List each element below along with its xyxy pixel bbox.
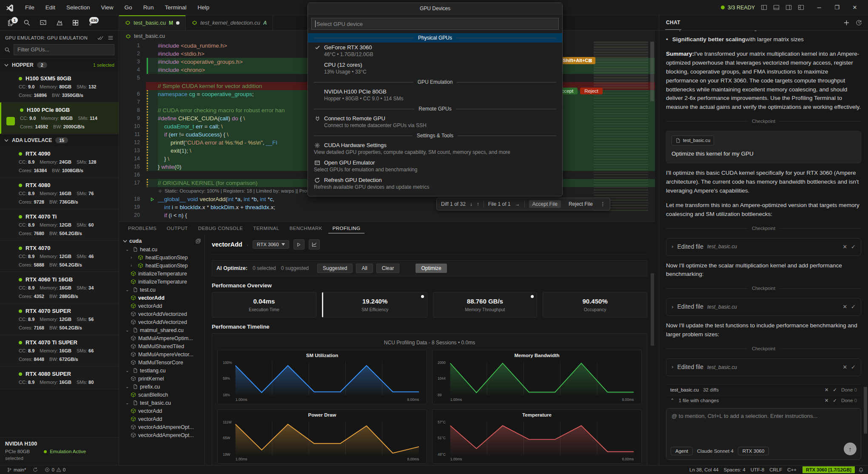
tree-kernel-heatEquationStep[interactable]: ›heatEquationStep — [120, 253, 205, 261]
device-selector[interactable]: RTX 3060 — [253, 240, 289, 249]
dirty-dot-icon[interactable] — [176, 21, 179, 25]
layout-panel-icon[interactable] — [773, 4, 780, 11]
extensions-icon[interactable] — [68, 17, 83, 29]
chevron-down-icon[interactable]: ⌄ — [125, 384, 131, 389]
source-control-icon[interactable]: 436 — [84, 17, 99, 29]
discard-icon[interactable]: ✕ — [842, 303, 847, 311]
diffbar-more-icon[interactable]: ⋮ — [600, 201, 606, 207]
quickpick-item-cpu-12-cores-[interactable]: CPU (12 cores)13% Usage • 33°C — [308, 60, 562, 77]
minimize-button[interactable]: ─ — [810, 0, 828, 15]
chevron-right-icon[interactable]: › — [131, 263, 136, 268]
gpu-item-rtx-4080-super[interactable]: RTX 4080 SUPERCC: 8.9Memory: 16GBSMs: 80 — [0, 366, 119, 389]
panel-tab-profiling[interactable]: PROFILING — [328, 224, 365, 233]
tab-test_kernel_detection.cu[interactable]: test_kernel_detection.cuA — [186, 15, 273, 30]
tree-file-testlangcu[interactable]: ⌄testlang.cu — [120, 366, 205, 375]
gpu-item-rtx-4070-ti-super[interactable]: RTX 4070 Ti SUPERCC: 8.9Memory: 16GBSMs:… — [0, 335, 119, 366]
gpu-item-rtx-4070-super[interactable]: RTX 4070 SUPERCC: 8.9Memory: 12GBSMs: 56… — [0, 304, 119, 335]
editor-scrollbar[interactable] — [650, 42, 654, 101]
section-hopper[interactable]: HOPPER21 selected — [0, 59, 119, 71]
gpu-emulator-icon[interactable] — [36, 17, 50, 29]
edited-file-card[interactable]: › Edited filetest_basic.cu ✕ ✓ — [666, 358, 861, 376]
ai-button-clear[interactable]: Clear — [376, 264, 400, 273]
quickpick-separator-physical-gpus[interactable]: Physical GPUs — [308, 33, 562, 43]
tree-kernel-MatMulTensorCore[interactable]: MatMulTensorCore — [120, 358, 205, 366]
menu-edit[interactable]: Edit — [40, 4, 61, 11]
chevron-down-icon[interactable]: ⌄ — [125, 247, 131, 252]
bell-icon[interactable] — [858, 467, 864, 473]
status-crlf[interactable]: CRLF — [767, 467, 785, 472]
edited-file-card[interactable]: › Edited filetest_basic.cu ✕ ✓ — [666, 298, 861, 316]
sync-icon[interactable] — [30, 465, 40, 474]
tree-kernel-initializeTemperature[interactable]: initializeTemperature — [120, 278, 205, 286]
chevron-down-icon[interactable]: ⌄ — [125, 287, 131, 292]
quickpick-item-open-gpu-emulator[interactable]: Open GPU EmulatorSelect GPUs for emulati… — [308, 158, 562, 175]
panel-tab-terminal[interactable]: TERMINAL — [249, 224, 283, 233]
chat-chip-rtx-3060[interactable]: RTX 3060 — [738, 447, 769, 455]
reject-button[interactable]: Reject — [580, 88, 603, 94]
tree-kernel-vectorAdd[interactable]: vectorAdd — [120, 302, 205, 310]
discard-icon[interactable]: ✕ — [842, 243, 847, 251]
discard-all-icon[interactable]: ✕ — [825, 387, 829, 393]
discard-icon[interactable]: ✕ — [842, 363, 847, 372]
menu-file[interactable]: File — [20, 4, 40, 11]
chart-view-button[interactable] — [309, 239, 320, 250]
chevron-right-icon[interactable]: › — [672, 242, 674, 251]
quickpick-item-connect-to-remote-gpu[interactable]: Connect to Remote GPUConnect to remote d… — [308, 114, 562, 131]
keep-icon[interactable]: ✓ — [851, 243, 856, 251]
menu-help[interactable]: Help — [192, 4, 215, 11]
gpu-item-rtx-4070-ti[interactable]: RTX 4070 TiCC: 8.9Memory: 12GBSMs: 60Cor… — [0, 209, 119, 241]
keep-icon[interactable]: ✓ — [851, 363, 856, 372]
status-utf-8[interactable]: UTF-8 — [748, 467, 767, 472]
customize-layout-icon[interactable] — [798, 4, 804, 11]
section-ada-lovelace[interactable]: ADA LOVELACE15 — [0, 134, 119, 146]
files-changed-row[interactable]: ⌃1 file with changes ✕ ✓ Done 0 — [666, 395, 861, 406]
tree-kernel-MatMulAmpereOptim[interactable]: MatMulAmpereOptim... — [120, 334, 205, 342]
chevron-down-icon[interactable]: ⌄ — [125, 328, 131, 332]
chevron-up-icon[interactable]: ⌃ — [670, 397, 674, 403]
panel-tab-output[interactable]: OUTPUT — [162, 224, 192, 233]
tree-kernel-vectorAdd[interactable]: vectorAdd — [120, 407, 205, 415]
keep-all-icon[interactable]: ✓ — [833, 397, 837, 403]
ai-button-all[interactable]: All — [356, 264, 373, 273]
tree-kernel-MatMulSharedTiled[interactable]: MatMulSharedTiled — [120, 342, 205, 350]
tree-kernel-vectorAddAmpereOpt[interactable]: vectorAddAmpereOpt... — [120, 423, 205, 431]
discard-all-icon[interactable]: ✕ — [825, 397, 829, 403]
quickpick-item-nvidia-h100-pcie-80gb[interactable]: NVIDIA H100 PCIe 80GBHopper • 80GB • CC … — [308, 87, 562, 104]
ai-button-optimize[interactable]: Optimize — [416, 264, 447, 273]
tree-kernel-heatEquationStep[interactable]: ›heatEquationStep — [120, 261, 205, 270]
tree-kernel-initializeTemperature[interactable]: initializeTemperature — [120, 270, 205, 278]
filter-gpus-input[interactable]: Filter GPUs... — [14, 44, 114, 55]
tab-test_basic.cu[interactable]: test_basic.cuM — [119, 15, 186, 30]
tree-kernel-vectorAdd[interactable]: vectorAdd — [120, 415, 205, 423]
branch-indicator[interactable]: main* — [4, 465, 28, 474]
menu-run[interactable]: Run — [138, 4, 159, 11]
panel-tab-problems[interactable]: PROBLEMS — [124, 224, 161, 233]
run-profile-button[interactable] — [293, 239, 305, 250]
gpu-item-rtx-4080[interactable]: RTX 4080CC: 8.9Memory: 16GBSMs: 76Cores:… — [0, 178, 119, 209]
minimap[interactable] — [594, 42, 648, 212]
run-kernel-play-icon[interactable] — [150, 195, 158, 203]
send-button[interactable]: ↑ — [844, 443, 857, 455]
layout-sidebar-icon[interactable] — [761, 4, 767, 11]
accept-file-button[interactable]: Accept File — [529, 200, 561, 208]
tree-kernel-vectorAdd[interactable]: vectorAdd — [120, 294, 205, 302]
quickpick-input[interactable]: Select GPU device — [311, 18, 559, 30]
chevron-right-icon[interactable]: › — [131, 255, 136, 260]
menu-selection[interactable]: Selection — [61, 4, 96, 11]
gpu-item-rtx-4090[interactable]: RTX 4090CC: 8.9Memory: 24GBSMs: 128Cores… — [0, 146, 119, 178]
file-chip[interactable]: test_basic.cu — [672, 136, 714, 145]
tree-kernel-scanBlelloch[interactable]: scanBlelloch — [120, 391, 205, 399]
tree-kernel-vectorAddVectorized[interactable]: vectorAddVectorized — [120, 318, 205, 326]
list-view-icon[interactable] — [108, 35, 114, 41]
explorer-icon[interactable]: 1 — [3, 17, 18, 29]
tree-kernel-vectorAddAmpereOpt[interactable]: vectorAddAmpereOpt... — [120, 431, 205, 439]
ai-button-suggested[interactable]: Suggested — [317, 264, 353, 273]
panel-tab-debug-console[interactable]: DEBUG CONSOLE — [194, 224, 248, 233]
layout-secondary-sidebar-icon[interactable] — [785, 4, 792, 11]
gpu-status-badge[interactable]: RTX 3060 [1.7/12GB] — [803, 466, 855, 473]
done-button[interactable]: Done 0 — [841, 398, 857, 403]
menu-view[interactable]: View — [96, 4, 119, 11]
code-line[interactable]: 20 if (i < n) { — [120, 211, 655, 219]
chevron-down-icon[interactable]: ⌄ — [125, 400, 131, 405]
restore-button[interactable]: ❐ — [828, 0, 846, 15]
